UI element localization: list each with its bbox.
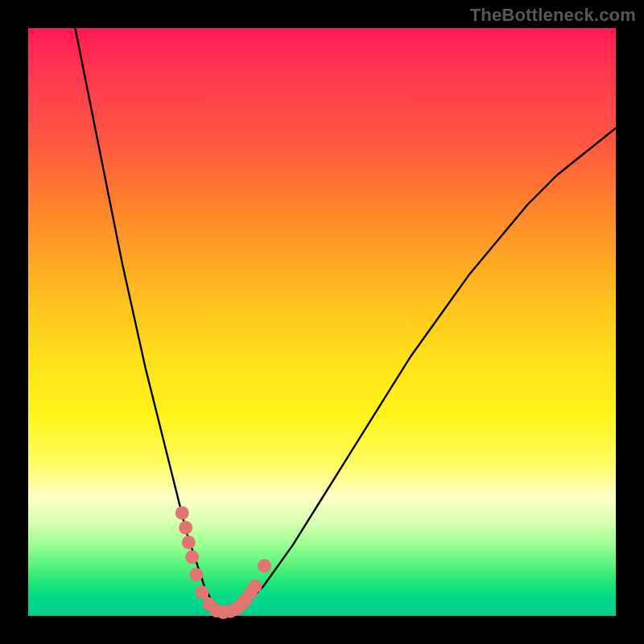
watermark-text: TheBottleneck.com	[470, 5, 636, 26]
bottleneck-curve	[75, 28, 616, 613]
highlight-dot	[185, 551, 199, 564]
highlight-dots-group	[175, 506, 271, 619]
highlight-dot	[182, 535, 196, 549]
highlight-dot	[179, 521, 192, 535]
chart-frame: TheBottleneck.com	[0, 0, 644, 644]
highlight-dot	[258, 559, 271, 572]
highlight-dot	[189, 568, 203, 581]
chart-svg	[28, 28, 616, 616]
highlight-dot	[175, 506, 189, 520]
highlight-dot	[248, 580, 262, 593]
highlight-dot	[196, 585, 209, 599]
